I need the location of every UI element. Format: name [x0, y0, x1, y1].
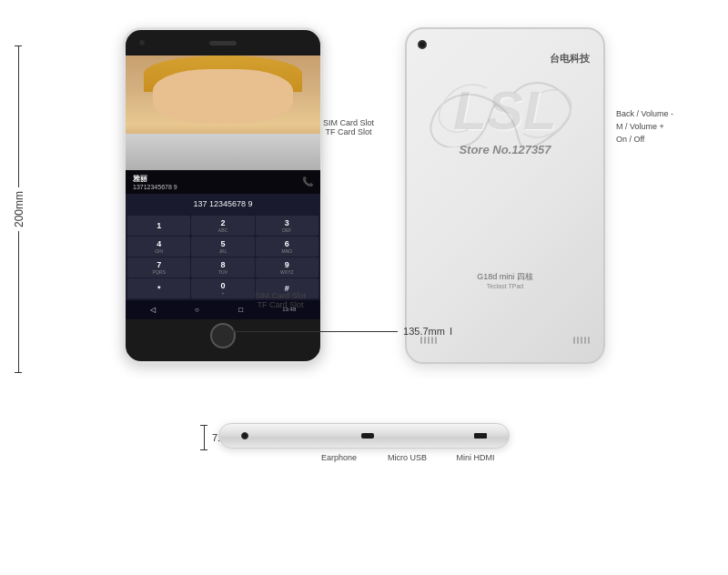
key-9: 9WXYZ [256, 257, 318, 277]
key-2: 2ABC [191, 216, 254, 236]
caller-info-bar: 雅丽 13712345678 9 📞 [126, 170, 320, 194]
speaker-hole-1 [420, 337, 422, 344]
recents-nav: □ [238, 306, 243, 314]
front-top-bar [126, 30, 320, 55]
top-section: 200mm [0, 0, 728, 419]
width-dimension: 135.7mm [233, 326, 451, 337]
back-nav: ◁ [150, 306, 156, 314]
speaker-hole-4 [431, 337, 433, 344]
back-speaker-right [573, 337, 590, 344]
key-1: 1 [127, 216, 190, 236]
tablet-screen: 雅丽 13712345678 9 📞 137 12345678 9 1 2ABC… [126, 55, 320, 319]
speaker-hole-5 [435, 337, 437, 344]
number-display: 137 12345678 9 [126, 194, 320, 214]
sim-card-label: SIM Card Slot TF Card Slot [323, 118, 374, 136]
speaker-hole-8 [581, 337, 582, 344]
model-sub: Teclast TPad [477, 283, 533, 289]
front-speaker [209, 41, 237, 45]
face [153, 69, 293, 124]
speaker-hole-7 [577, 337, 579, 344]
caller-number: 13712345678 9 [133, 184, 177, 190]
height-dimension: 200mm [18, 45, 19, 373]
key-0: 0+ [191, 278, 254, 298]
brand-logo: 台电科技 [550, 52, 590, 66]
caller-name: 雅丽 [133, 174, 177, 184]
keypad: 1 2ABC 3DEF 4GHI 5JKL 6MNO 7PQRS 8TUV 9W… [126, 214, 320, 300]
port-labels-row: Earphone Micro USB Mini HDMI [218, 453, 510, 462]
key-4: 4GHI [127, 237, 190, 257]
lsl-watermark: LSL Store No.127357 [423, 84, 587, 156]
on-off-label: On / Off [616, 135, 673, 144]
speaker-hole-9 [584, 337, 586, 344]
speaker-hole-10 [588, 337, 590, 344]
call-icon: 📞 [302, 177, 313, 187]
dialed-number: 137 12345678 9 [131, 199, 315, 208]
speaker-hole-6 [573, 337, 575, 344]
key-3: 3DEF [256, 216, 318, 236]
earphone-label: Earphone [312, 453, 367, 462]
tf-slot-label: TF Card Slot [255, 300, 306, 309]
front-camera [139, 40, 145, 45]
back-speaker-left [420, 337, 437, 344]
sim-tf-labels: SIM Card Slot TF Card Slot [255, 291, 306, 309]
thin-view-wrapper: 7.2 mm [182, 423, 546, 449]
back-vol-label: Back / Volume - [616, 109, 673, 118]
side-button-labels: Back / Volume - M / Volume + On / Off [616, 109, 673, 144]
key-5: 5JKL [191, 237, 254, 257]
swirl-decoration [423, 75, 587, 147]
speaker-hole-2 [424, 337, 426, 344]
tablet-back-view: 台电科技 LSL Store No.127357 G18d mini 四核 Te… [405, 27, 605, 364]
speaker-hole-3 [428, 337, 430, 344]
micro-usb-port [361, 433, 374, 439]
back-camera [418, 40, 427, 49]
key-8: 8TUV [191, 257, 254, 277]
earphone-port [241, 432, 248, 439]
model-name: G18d mini 四核 [477, 271, 533, 283]
home-button [210, 323, 236, 348]
home-nav: ○ [195, 306, 199, 314]
page-container: 200mm [0, 0, 728, 575]
height-label: 200mm [11, 187, 27, 231]
coat [126, 134, 320, 170]
key-7: 7PQRS [127, 257, 190, 277]
thickness-v-lines [200, 425, 207, 450]
key-6: 6MNO [256, 237, 318, 257]
bottom-section: 7.2 mm Earphone Micro USB Mini HDMI [0, 423, 728, 462]
sim-slot-label: SIM Card Slot [255, 291, 306, 300]
caller-photo [126, 55, 320, 170]
brand-symbol-text: 台电科技 [550, 52, 590, 66]
mini-hdmi-label: Mini HDMI [449, 453, 503, 462]
width-label: 135.7mm [398, 326, 450, 337]
mini-hdmi-port [474, 433, 487, 439]
phone-ui: 雅丽 13712345678 9 📞 137 12345678 9 1 2ABC… [126, 55, 320, 319]
micro-usb-label: Micro USB [380, 453, 435, 462]
key-star: * [127, 278, 190, 298]
m-vol-label: M / Volume + [616, 122, 673, 131]
tablet-front-view: 雅丽 13712345678 9 📞 137 12345678 9 1 2ABC… [123, 27, 323, 364]
tablet-side-view [218, 423, 510, 449]
model-info: G18d mini 四核 Teclast TPad [477, 271, 533, 289]
